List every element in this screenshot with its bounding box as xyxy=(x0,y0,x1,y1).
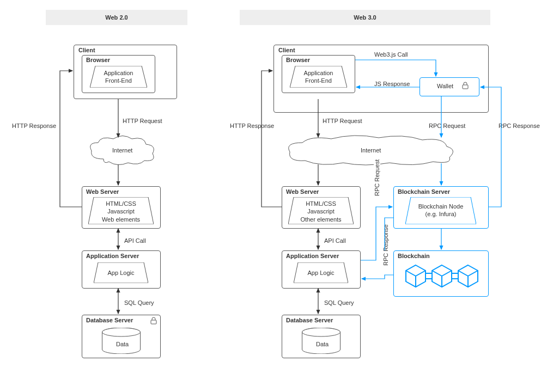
w3-blockchain-label: Blockchain xyxy=(397,253,431,259)
w3-rpcreq-label: RPC Request xyxy=(428,122,466,129)
header-web2: Web 2.0 xyxy=(46,10,187,25)
w2-data-label: Data xyxy=(115,341,130,347)
svg-line-22 xyxy=(458,271,468,276)
blockchain-icon xyxy=(400,262,482,293)
w3-wallet-label: Wallet xyxy=(436,83,454,89)
w3-rpcresp2-label: RPC Response xyxy=(382,223,389,267)
w3-httpreq-label: HTTP Request xyxy=(321,118,363,124)
svg-rect-7 xyxy=(463,85,468,89)
svg-point-11 xyxy=(302,328,341,336)
w3-httpresp-label: HTTP Response xyxy=(229,122,275,129)
w3-webserver-label: Web Server xyxy=(285,188,320,195)
w3-bcnode-label: Blockchain Node (e.g. Infura) xyxy=(409,203,473,218)
w3-rpcreq2-label: RPC Request xyxy=(374,158,380,197)
w2-browser-label: Browser xyxy=(85,57,111,63)
w2-webserver-label: Web Server xyxy=(85,188,120,195)
w2-dbserver-label: Database Server xyxy=(85,317,134,323)
w3-applogic-label: App Logic xyxy=(298,269,344,277)
w2-frontend-label: Application Front-End xyxy=(93,69,144,85)
w2-client-label: Client xyxy=(77,47,96,53)
svg-rect-5 xyxy=(151,320,156,324)
w3-rpcresp-label: RPC Response xyxy=(497,122,541,129)
svg-point-4 xyxy=(102,328,141,336)
w3-browser-label: Browser xyxy=(285,57,311,63)
w2-appserver-label: Application Server xyxy=(85,253,140,259)
svg-line-15 xyxy=(416,271,425,276)
w2-sqlquery-label: SQL Query xyxy=(123,299,155,306)
w3-bcserver-label: Blockchain Server xyxy=(397,188,451,195)
lock-icon xyxy=(462,82,469,90)
w3-apicall-label: API Call xyxy=(323,237,347,244)
svg-line-14 xyxy=(406,271,416,276)
header-web3-label: Web 3.0 xyxy=(354,14,376,21)
w3-sqlquery-label: SQL Query xyxy=(323,299,355,306)
w3-client-label: Client xyxy=(277,47,296,53)
w3-internet-label: Internet xyxy=(360,147,382,154)
w3-frontend-label: Application Front-End xyxy=(293,69,344,85)
svg-line-18 xyxy=(432,271,442,276)
w3-data-label: Data xyxy=(315,341,330,347)
w2-internet-label: Internet xyxy=(111,147,133,154)
w3-jsresp-label: JS Response xyxy=(373,81,411,87)
svg-line-19 xyxy=(442,271,452,276)
w3-web3call-label: Web3.js Call xyxy=(373,51,409,58)
w2-httpresp-label: HTTP Response xyxy=(11,122,57,129)
w2-httpreq-label: HTTP Request xyxy=(121,118,163,124)
header-web3: Web 3.0 xyxy=(240,10,490,25)
w2-applogic-label: App Logic xyxy=(98,269,144,277)
svg-line-23 xyxy=(468,271,478,276)
lock-icon xyxy=(150,317,157,326)
w3-appserver-label: Application Server xyxy=(285,253,340,259)
w3-webstack-label: HTML/CSS Javascript Other elements xyxy=(291,200,350,223)
w2-webstack-label: HTML/CSS Javascript Web elements xyxy=(92,200,150,223)
w2-apicall-label: API Call xyxy=(123,237,147,244)
header-web2-label: Web 2.0 xyxy=(105,14,127,21)
w3-dbserver-label: Database Server xyxy=(285,317,334,323)
